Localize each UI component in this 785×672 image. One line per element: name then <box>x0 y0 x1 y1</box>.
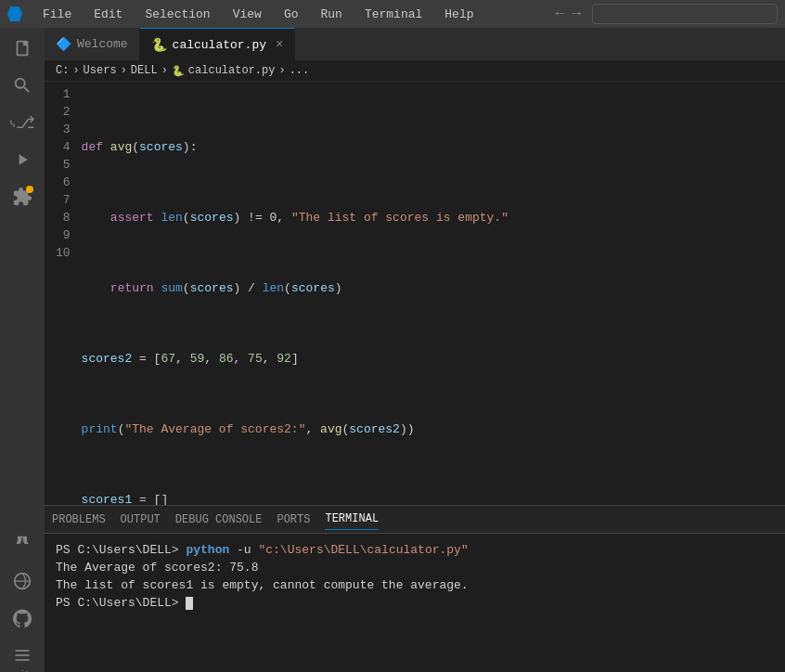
menu-help[interactable]: Help <box>439 6 479 23</box>
nav-back-icon[interactable]: ← <box>556 6 565 22</box>
svg-rect-2 <box>16 654 30 656</box>
code-line-3: return sum(scores) / len(scores) <box>82 279 785 297</box>
code-editor[interactable]: 12345 678910 def avg(scores): assert len… <box>45 82 785 505</box>
menu-selection[interactable]: Selection <box>139 6 215 23</box>
code-line-4: scores2 = [67, 59, 86, 75, 92] <box>82 350 785 368</box>
breadcrumb-sep2: › <box>121 64 127 77</box>
calculator-tab-label: calculator.py <box>173 38 266 52</box>
files-icon[interactable] <box>9 35 35 61</box>
code-line-5: print("The Average of scores2:", avg(sco… <box>82 420 785 438</box>
panel-tab-terminal[interactable]: TERMINAL <box>325 509 379 530</box>
menu-go[interactable]: Go <box>278 6 304 23</box>
menu-bar: File Edit Selection View Go Run Terminal… <box>0 0 785 28</box>
terminal-cursor <box>186 597 193 610</box>
tabs-bar: 🔷 Welcome 🐍 calculator.py × <box>45 28 785 60</box>
breadcrumb: C: › Users › DELL › 🐍 calculator.py › ..… <box>45 60 785 82</box>
terminal-line-2: The Average of scores2: 75.8 <box>56 559 774 576</box>
menu-run[interactable]: Run <box>315 6 347 23</box>
extensions-badge <box>26 186 33 193</box>
source-control-bottom-icon[interactable]: git <box>9 642 35 668</box>
panel-tab-problems[interactable]: PROBLEMS <box>52 510 106 530</box>
code-line-1: def avg(scores): <box>82 138 785 156</box>
nav-forward-icon[interactable]: → <box>572 6 581 22</box>
menu-file[interactable]: File <box>37 6 77 23</box>
terminal-content[interactable]: PS C:\Users\DELL> python -u "c:\Users\DE… <box>45 534 785 672</box>
svg-rect-1 <box>16 650 30 652</box>
line-numbers: 12345 678910 <box>45 82 82 505</box>
tab-close-icon[interactable]: × <box>276 37 283 52</box>
panel-tab-debug-console[interactable]: DEBUG CONSOLE <box>175 510 263 530</box>
panel-tabs: PROBLEMS OUTPUT DEBUG CONSOLE PORTS TERM… <box>45 506 785 534</box>
breadcrumb-users: Users <box>84 64 117 77</box>
tab-welcome[interactable]: 🔷 Welcome <box>45 28 140 60</box>
breadcrumb-ellipsis: ... <box>290 64 310 77</box>
breadcrumb-c: C: <box>56 64 69 77</box>
search-icon[interactable] <box>9 72 35 98</box>
breadcrumb-sep4: › <box>278 64 285 77</box>
vscode-logo-icon <box>7 6 22 21</box>
github-icon[interactable] <box>9 605 35 631</box>
breadcrumb-dell: DELL <box>131 64 158 77</box>
welcome-tab-icon: 🔷 <box>56 36 71 52</box>
navigation-arrows: ← → <box>556 6 581 22</box>
remote-icon[interactable] <box>9 568 35 594</box>
flask-icon[interactable] <box>9 531 35 557</box>
panel-tab-output[interactable]: OUTPUT <box>121 510 161 530</box>
code-line-6: scores1 = [] <box>82 491 785 505</box>
menu-view[interactable]: View <box>227 6 267 23</box>
main-layout: ⎇ <box>0 28 785 672</box>
code-content[interactable]: def avg(scores): assert len(scores) != 0… <box>82 82 785 505</box>
run-debug-icon[interactable] <box>9 147 35 173</box>
source-control-icon[interactable]: ⎇ <box>9 110 35 136</box>
calculator-tab-icon: 🐍 <box>151 37 167 53</box>
welcome-tab-label: Welcome <box>77 37 128 51</box>
breadcrumb-sep1: › <box>72 64 79 77</box>
editor-area: 🔷 Welcome 🐍 calculator.py × C: › Users ›… <box>45 28 785 672</box>
terminal-panel: PROBLEMS OUTPUT DEBUG CONSOLE PORTS TERM… <box>45 505 785 672</box>
menu-edit[interactable]: Edit <box>88 6 128 23</box>
breadcrumb-file: calculator.py <box>188 64 276 77</box>
search-input[interactable] <box>592 4 778 24</box>
terminal-line-1: PS C:\Users\DELL> python -u "c:\Users\DE… <box>56 541 774 559</box>
tab-calculator[interactable]: 🐍 calculator.py × <box>140 28 296 60</box>
terminal-line-3: The list of scores1 is empty, cannot com… <box>56 576 774 594</box>
menu-terminal[interactable]: Terminal <box>359 6 428 23</box>
terminal-line-4: PS C:\Users\DELL> <box>56 594 774 612</box>
activity-bar: ⎇ <box>0 28 45 672</box>
code-line-2: assert len(scores) != 0, "The list of sc… <box>82 209 785 226</box>
breadcrumb-icon: 🐍 <box>172 65 185 77</box>
panel-tab-ports[interactable]: PORTS <box>277 510 310 530</box>
extensions-icon[interactable] <box>9 184 35 210</box>
svg-rect-3 <box>16 659 30 661</box>
breadcrumb-sep3: › <box>161 64 168 77</box>
